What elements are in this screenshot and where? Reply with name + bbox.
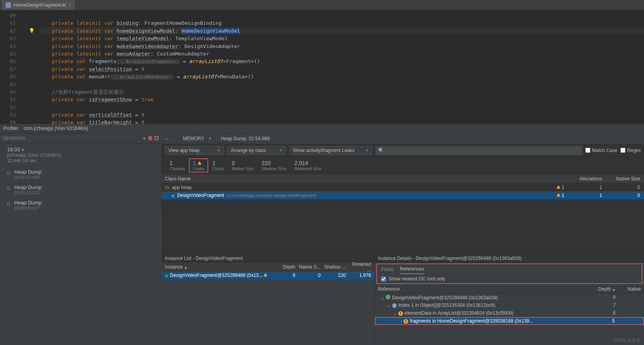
code-area[interactable]: private lateinit var binding: FragmentHo… — [39, 10, 644, 124]
session-item[interactable]: 19:33 ● jrzfveapp (Vivo V2164KA) 22 min … — [0, 143, 161, 167]
heap-view-combo[interactable]: View app heap▼ — [165, 146, 224, 155]
session-duration: 22 min 14 sec — [7, 158, 154, 163]
active-dot-icon: ● — [21, 147, 24, 152]
sort-asc-icon: ▲ — [184, 265, 188, 269]
stat-classes: 1Classes — [166, 160, 189, 171]
heap-dump-icon: ⎙ — [7, 185, 10, 191]
arrange-combo[interactable]: Arrange by class▼ — [227, 146, 286, 155]
details-tabs: Fields References — [377, 264, 642, 275]
class-search-input[interactable]: 🔍 — [375, 146, 582, 155]
col-native-size[interactable]: Native Size — [606, 176, 644, 182]
editor-tab-bar: HomeDesignFragment.kt × — [0, 0, 644, 10]
class-table-header: Class Name Allocations Native Size — [162, 174, 644, 184]
breadcrumb-app[interactable]: com.jrzfveapp (Vivo V2164KA) — [24, 126, 88, 131]
heap-dump-item[interactable]: ⎙Heap Dump00:01:10.223 — [0, 182, 161, 197]
sessions-label: SESSIONS — [3, 136, 25, 141]
sort-asc-icon: ▲ — [612, 288, 616, 291]
warn-icon — [556, 185, 560, 189]
reference-row[interactable]: ›ffragments in HomeDesignFragment@329038… — [375, 317, 644, 325]
memory-toolbar: ← MEMORY ▼ | Heap Dump: 02:54.866 — [162, 133, 644, 144]
instance-section: Instance List - DesignVideoFragment Inst… — [162, 254, 644, 344]
reference-row[interactable]: ⌄⋮Index 1 in Object[]@325135304 (0x13612… — [375, 301, 644, 309]
stat-retained-size: 2,014Retained Size — [290, 160, 325, 171]
heap-dump-icon: ⎙ — [7, 200, 10, 206]
match-case-checkbox[interactable]: Match Case — [585, 148, 617, 153]
stat-shallow-size: 220Shallow Size — [258, 160, 290, 171]
heap-stats-row: 1Classes1 Leaks1Count0Native Size220Shal… — [162, 157, 644, 174]
col-classname[interactable]: Class Name — [162, 176, 568, 182]
code-editor[interactable]: 808182838485868788899091929394 💡 private… — [0, 10, 644, 124]
session-device: jrzfveapp (Vivo V2164KA) — [7, 152, 154, 158]
chevron-down-icon[interactable]: ▼ — [208, 137, 212, 141]
heap-dump-label: Heap Dump: 02:54.866 — [221, 136, 270, 141]
instance-list-title: Instance List - DesignVideoFragment — [162, 254, 374, 263]
line-gutter: 808182838485868788899091929394 — [0, 10, 24, 124]
memory-label: MEMORY — [183, 136, 204, 141]
instance-details-title: Instance Details - DesignVideoFragment@3… — [375, 254, 644, 263]
class-row-selected[interactable]: ◉DesignVideoFragment (com.jrzfveapp.modu… — [162, 191, 644, 199]
reference-columns: Reference Depth ▲ Native — [375, 285, 644, 293]
search-icon: 🔍 — [378, 148, 384, 153]
heap-row[interactable]: 🗀app heap 1 1 0 — [162, 184, 644, 191]
back-icon[interactable]: ← — [165, 135, 170, 142]
col-allocations[interactable]: Allocations — [568, 176, 606, 182]
tab-fields[interactable]: Fields — [381, 265, 394, 274]
heap-filter-row: View app heap▼ Arrange by class▼ Show ac… — [162, 144, 644, 157]
gutter-icons: 💡 — [24, 10, 39, 124]
breadcrumb-profiler[interactable]: Profiler — [3, 126, 18, 131]
file-tab-label: HomeDesignFragment.kt — [13, 2, 66, 8]
instance-details-panel: Instance Details - DesignVideoFragment@3… — [375, 254, 644, 344]
gc-root-checkbox[interactable]: Show nearest GC root only — [377, 275, 642, 283]
record-icon[interactable] — [148, 136, 152, 140]
watermark: CSDN @唐诺 — [614, 338, 640, 343]
close-icon[interactable]: × — [68, 2, 71, 8]
sessions-header: SESSIONS + — [0, 133, 162, 143]
stat-leaks[interactable]: 1 Leaks — [189, 158, 208, 172]
warn-icon — [263, 273, 267, 276]
warn-icon — [556, 193, 560, 197]
heap-dump-item[interactable]: ⎙Heap Dump00:02:54.866 — [0, 167, 161, 182]
heap-dump-icon: ⎙ — [7, 170, 10, 176]
stat-count: 1Count — [208, 160, 228, 171]
leaks-combo[interactable]: Show activity/fragment Leaks▼ — [289, 146, 372, 155]
instance-list: Instance List - DesignVideoFragment Inst… — [162, 254, 375, 344]
folder-icon: 🗀 — [165, 185, 170, 190]
tab-references[interactable]: References — [400, 265, 424, 274]
add-session-icon[interactable]: + — [143, 135, 146, 141]
file-tab[interactable]: HomeDesignFragment.kt × — [2, 0, 75, 10]
reference-row[interactable]: ⌄felementData in ArrayList@332354824 (0x… — [375, 309, 644, 317]
reference-row[interactable]: ⌄DesignVideoFragment@325298488 (0x1363a9… — [375, 293, 644, 301]
sessions-panel: 19:33 ● jrzfveapp (Vivo V2164KA) 22 min … — [0, 143, 162, 213]
heap-dump-item[interactable]: ⎙Heap Dump00:00:09.327 — [0, 197, 161, 213]
stop-icon[interactable] — [155, 136, 159, 140]
instance-columns: Instance ▲ Depth Native S... Shallow ...… — [162, 263, 374, 271]
session-time: 19:33 — [7, 147, 20, 152]
instance-row[interactable]: ◉ DesignVideoFragment@325298488 (0x13...… — [162, 271, 374, 279]
class-icon: ◉ — [171, 193, 175, 198]
regex-checkbox[interactable]: Regex — [620, 148, 641, 153]
kotlin-file-icon — [6, 2, 11, 8]
instance-icon: ◉ — [165, 273, 168, 278]
stat-native-size: 0Native Size — [228, 160, 258, 171]
